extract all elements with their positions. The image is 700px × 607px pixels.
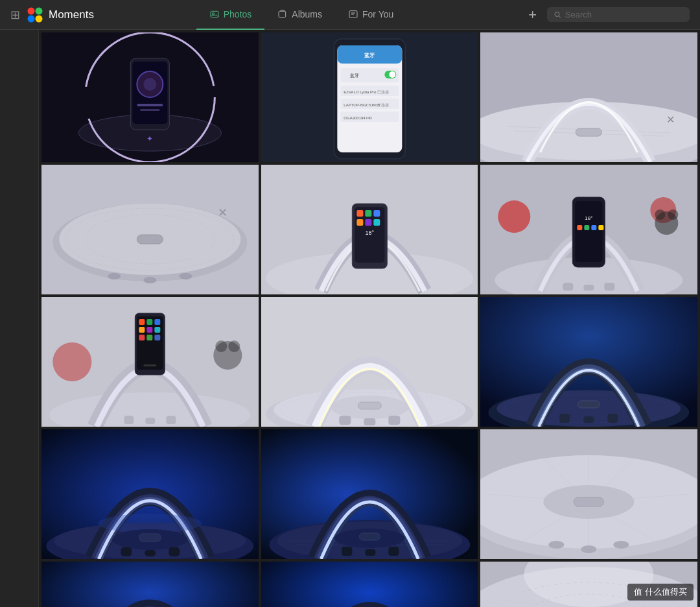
svg-rect-129 bbox=[121, 547, 132, 556]
photo-cell[interactable] bbox=[480, 429, 697, 559]
svg-rect-78 bbox=[563, 283, 574, 291]
svg-text:蓝牙: 蓝牙 bbox=[364, 53, 375, 58]
svg-rect-95 bbox=[139, 335, 145, 340]
svg-text:18°: 18° bbox=[585, 215, 593, 221]
svg-rect-92 bbox=[139, 327, 145, 333]
svg-rect-17 bbox=[140, 109, 159, 111]
albums-tab-icon bbox=[277, 9, 288, 19]
svg-text:未连接: 未连接 bbox=[377, 102, 389, 107]
svg-rect-80 bbox=[605, 283, 615, 291]
svg-point-0 bbox=[28, 7, 35, 14]
svg-rect-108 bbox=[358, 402, 381, 409]
svg-rect-48 bbox=[137, 235, 163, 244]
photo-cell[interactable]: ✛ bbox=[41, 429, 259, 559]
photo-cell[interactable]: 蓝牙 蓝牙 EZVALO Lydia Pro 已连接 LAPTOP-BGC5JK… bbox=[261, 32, 478, 162]
svg-rect-119 bbox=[560, 414, 570, 423]
svg-rect-121 bbox=[608, 414, 618, 423]
svg-point-50 bbox=[143, 277, 156, 283]
moments-logo-icon bbox=[27, 6, 43, 23]
svg-text:蓝牙: 蓝牙 bbox=[350, 73, 359, 78]
photo-grid-container[interactable]: ✦ 蓝牙 蓝牙 bbox=[39, 30, 700, 607]
svg-rect-6 bbox=[279, 11, 286, 17]
photo-cell[interactable]: ✕ bbox=[480, 32, 697, 162]
svg-text:✕: ✕ bbox=[667, 114, 675, 125]
svg-rect-131 bbox=[169, 547, 180, 556]
watermark-text: 值 什么值得买 bbox=[634, 587, 687, 597]
svg-rect-94 bbox=[154, 327, 160, 333]
tab-foryou-label: For You bbox=[362, 9, 393, 19]
svg-rect-100 bbox=[145, 418, 155, 424]
svg-rect-155 bbox=[574, 497, 604, 506]
svg-rect-57 bbox=[356, 210, 363, 217]
photo-cell[interactable]: ✛ bbox=[261, 297, 478, 427]
svg-point-68 bbox=[655, 209, 666, 220]
svg-rect-118 bbox=[578, 401, 600, 408]
svg-rect-140 bbox=[342, 547, 352, 556]
photo-cell[interactable]: ✛ bbox=[480, 297, 697, 427]
photos-tab-icon bbox=[209, 9, 220, 19]
photo-grid: ✦ 蓝牙 蓝牙 bbox=[39, 30, 700, 607]
photo-cell[interactable]: 18° bbox=[480, 165, 697, 294]
add-button[interactable]: + bbox=[528, 8, 537, 22]
svg-text:✕: ✕ bbox=[218, 206, 228, 219]
svg-point-69 bbox=[668, 209, 679, 220]
main-area: ✦ 蓝牙 蓝牙 bbox=[0, 30, 700, 607]
svg-rect-128 bbox=[139, 534, 161, 542]
tab-albums[interactable]: Albums bbox=[264, 0, 335, 30]
svg-text:OGA300194740: OGA300194740 bbox=[344, 116, 372, 120]
svg-rect-97 bbox=[154, 335, 160, 340]
svg-rect-91 bbox=[154, 319, 160, 325]
svg-rect-90 bbox=[146, 319, 152, 325]
nav-tabs: Photos Albums For You bbox=[75, 0, 528, 30]
svg-rect-109 bbox=[339, 416, 351, 425]
svg-rect-110 bbox=[364, 418, 375, 425]
tab-photos-label: Photos bbox=[224, 9, 252, 19]
svg-point-3 bbox=[36, 15, 43, 22]
svg-rect-72 bbox=[576, 201, 603, 262]
svg-rect-16 bbox=[137, 104, 163, 106]
svg-rect-41 bbox=[576, 128, 602, 136]
top-navigation: ⊞ Moments Photos Albums bbox=[0, 0, 700, 30]
svg-rect-120 bbox=[584, 416, 594, 423]
svg-rect-76 bbox=[592, 225, 597, 230]
photo-cell[interactable]: 18° bbox=[261, 165, 478, 294]
svg-point-27 bbox=[389, 71, 395, 78]
nav-right-controls: + bbox=[528, 7, 690, 22]
svg-rect-77 bbox=[599, 225, 604, 230]
svg-rect-98 bbox=[143, 364, 156, 366]
svg-rect-60 bbox=[356, 219, 363, 226]
photo-cell[interactable]: ✕ bbox=[41, 165, 259, 294]
photo-cell[interactable] bbox=[41, 562, 259, 607]
tab-photos[interactable]: Photos bbox=[196, 0, 265, 30]
svg-rect-111 bbox=[388, 416, 400, 425]
svg-text:✦: ✦ bbox=[146, 134, 153, 143]
photo-cell[interactable]: ✦ bbox=[41, 32, 259, 162]
svg-rect-58 bbox=[365, 210, 371, 217]
svg-rect-162 bbox=[261, 562, 478, 607]
svg-rect-130 bbox=[145, 550, 156, 556]
svg-point-51 bbox=[179, 273, 192, 280]
foryou-tab-icon bbox=[348, 9, 358, 19]
tab-foryou[interactable]: For You bbox=[335, 0, 406, 30]
svg-text:已连接: 已连接 bbox=[377, 89, 389, 94]
svg-point-158 bbox=[614, 541, 629, 549]
search-input[interactable] bbox=[565, 10, 683, 19]
svg-rect-142 bbox=[388, 547, 399, 556]
svg-point-15 bbox=[143, 78, 156, 91]
svg-rect-93 bbox=[146, 327, 152, 333]
svg-point-2 bbox=[28, 15, 35, 22]
svg-point-85 bbox=[228, 340, 240, 352]
sidebar bbox=[0, 30, 39, 607]
apps-grid-icon[interactable]: ⊞ bbox=[10, 8, 20, 22]
search-area[interactable] bbox=[547, 7, 690, 22]
svg-text:EZVALO Lydia Pro: EZVALO Lydia Pro bbox=[344, 90, 377, 94]
svg-point-49 bbox=[108, 273, 121, 280]
photo-cell[interactable]: ✛ bbox=[261, 562, 478, 607]
photo-cell[interactable] bbox=[41, 297, 259, 427]
photo-cell[interactable]: ✛ bbox=[261, 429, 478, 559]
svg-rect-74 bbox=[578, 225, 583, 230]
tab-albums-label: Albums bbox=[292, 9, 322, 19]
svg-rect-79 bbox=[584, 285, 594, 291]
svg-rect-61 bbox=[365, 219, 371, 226]
watermark: 值 什么值得买 bbox=[627, 584, 694, 601]
